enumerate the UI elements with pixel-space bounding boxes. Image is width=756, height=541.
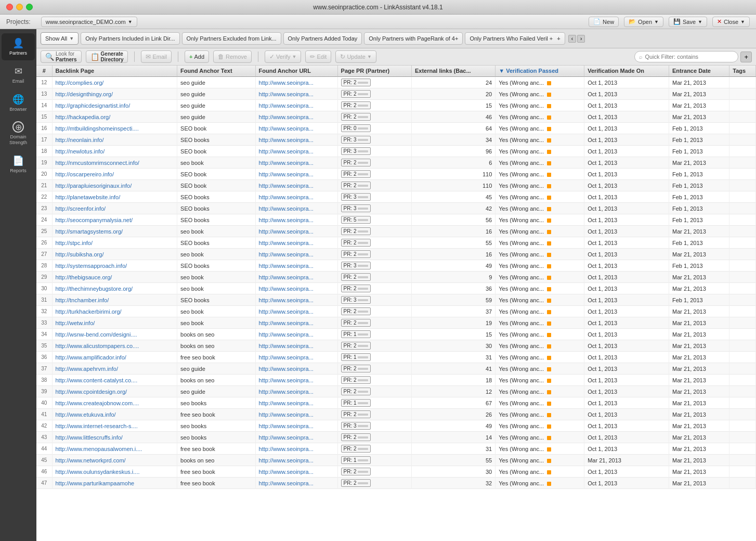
anchor-url-link[interactable]: http://www.seoinpra... (259, 228, 314, 235)
col-anchor-text[interactable]: Found Anchor Text (177, 66, 256, 76)
tab-excluded[interactable]: Only Partners Excluded from Link... (182, 32, 281, 45)
search-box[interactable]: ⌕ (634, 51, 738, 62)
table-row[interactable]: 20 http://oscarpereiro.info/ SEO book ht… (36, 169, 756, 180)
table-row[interactable]: 34 http://wsnw-bend.com/designi.... book… (36, 329, 756, 340)
backlink-link[interactable]: http://planetawebsite.info/ (56, 194, 121, 200)
table-row[interactable]: 18 http://newlotus.info/ SEO book http:/… (36, 146, 756, 157)
save-button[interactable]: 💾 Save ▼ (669, 17, 707, 27)
anchor-url-link[interactable]: http://www.seoinpra... (259, 457, 314, 463)
minimize-button[interactable] (16, 4, 23, 10)
table-row[interactable]: 19 http://nmcustomrimsconnect.info/ seo … (36, 157, 756, 169)
anchor-url-link[interactable]: http://www.seoinpra... (259, 125, 314, 132)
col-verification-passed[interactable]: ▼ Verification Passed (496, 66, 584, 76)
table-row[interactable]: 13 http://designthingy.org/ seo guide ht… (36, 88, 756, 100)
look-for-partners-button[interactable]: 🔍 Look for Look for Partners Partners (41, 50, 82, 63)
anchor-url-link[interactable]: http://www.seoinpra... (259, 137, 314, 143)
col-entrance-date[interactable]: Entrance Date (669, 66, 729, 76)
add-button[interactable]: + Add (185, 50, 209, 63)
table-row[interactable]: 26 http://stpc.info/ SEO books http://ww… (36, 237, 756, 249)
anchor-url-link[interactable]: http://www.seoinpra... (259, 240, 314, 246)
table-row[interactable]: 33 http://wetw.info/ seo book http://www… (36, 317, 756, 329)
close-app-button[interactable]: ✕ Close ▼ (712, 17, 750, 27)
anchor-url-link[interactable]: http://www.seoinpra... (259, 320, 314, 326)
table-row[interactable]: 31 http://tnchamber.info/ SEO books http… (36, 294, 756, 306)
anchor-url-link[interactable]: http://www.seoinpra... (259, 331, 314, 338)
tab-failed-verify[interactable]: Only Partners Who Failed Veril + + (465, 32, 565, 45)
add-column-button[interactable]: + (740, 51, 752, 62)
anchor-url-link[interactable]: http://www.seoinpra... (259, 217, 314, 223)
tab-pagerank[interactable]: Only Partners with PageRank of 4+ (364, 32, 463, 45)
backlink-link[interactable]: http://nmcustomrimsconnect.info/ (56, 160, 139, 166)
table-row[interactable]: 39 http://www.cpointdesign.org/ seo guid… (36, 386, 756, 397)
table-row[interactable]: 17 http://neonlain.info/ SEO books http:… (36, 134, 756, 146)
update-button[interactable]: ↻ Update ▼ (335, 50, 376, 63)
table-row[interactable]: 27 http://subiksha.org/ seo book http://… (36, 249, 756, 260)
backlink-link[interactable]: http://parapluiesoriginaux.info/ (56, 183, 132, 189)
remove-button[interactable]: 🗑 Remove (213, 50, 252, 63)
table-row[interactable]: 12 http://complies.org/ seo guide http:/… (36, 76, 756, 88)
backlink-link[interactable]: http://stpc.info/ (56, 240, 93, 246)
table-row[interactable]: 23 http://screenfor.info/ SEO books http… (36, 203, 756, 214)
table-row[interactable]: 37 http://www.apehrvm.info/ seo guide ht… (36, 363, 756, 375)
anchor-url-link[interactable]: http://www.seoinpra... (259, 366, 314, 372)
anchor-url-link[interactable]: http://www.seoinpra... (259, 423, 314, 429)
col-page-pr[interactable]: Page PR (Partner) (337, 66, 411, 76)
backlink-link[interactable]: http://screenfor.info/ (56, 205, 106, 212)
backlink-link[interactable]: http://complies.org/ (56, 80, 104, 86)
backlink-link[interactable]: http://thechimneybugstore.org/ (56, 286, 133, 292)
backlink-link[interactable]: http://oscarpereiro.info/ (56, 171, 114, 177)
anchor-url-link[interactable]: http://www.seoinpra... (259, 171, 314, 177)
backlink-link[interactable]: http://www.amplificador.info/ (56, 354, 126, 360)
backlink-link[interactable]: http://www.parturikampaamohe (56, 480, 135, 486)
table-row[interactable]: 44 http://www.menopausalwomen.i.... free… (36, 443, 756, 455)
maximize-button[interactable] (26, 4, 33, 10)
anchor-url-link[interactable]: http://www.seoinpra... (259, 434, 314, 441)
sidebar-item-email[interactable]: ✉ Email (2, 61, 35, 88)
sidebar-item-browser[interactable]: 🌐 Browser (2, 89, 35, 117)
table-row[interactable]: 22 http://planetawebsite.info/ SEO books… (36, 191, 756, 203)
backlink-link[interactable]: http://wsnw-bend.com/designi.... (56, 331, 137, 338)
anchor-url-link[interactable]: http://www.seoinpra... (259, 308, 314, 315)
prev-tab-button[interactable]: ‹ (568, 35, 576, 43)
backlink-link[interactable]: http://www.etukuva.info/ (56, 411, 116, 418)
backlink-link[interactable]: http://www.createajobnow.com.... (56, 400, 139, 406)
backlink-link[interactable]: http://subiksha.org/ (56, 251, 104, 257)
anchor-url-link[interactable]: http://www.seoinpra... (259, 194, 314, 200)
anchor-url-link[interactable]: http://www.seoinpra... (259, 343, 314, 349)
tab-show-all[interactable]: Show All ▼ (41, 32, 79, 45)
table-row[interactable]: 40 http://www.createajobnow.com.... seo … (36, 397, 756, 409)
sidebar-item-domain-strength[interactable]: ⊕ Domain Strength (2, 117, 35, 150)
backlink-link[interactable]: http://smartagsystems.org/ (56, 228, 123, 235)
backlink-link[interactable]: http://mtbuildingshomeinspecti.... (56, 125, 139, 132)
search-input[interactable] (645, 54, 734, 60)
next-tab-button[interactable]: › (577, 35, 585, 43)
col-verification-made[interactable]: Verification Made On (584, 66, 669, 76)
table-row[interactable]: 14 http://graphicdesignartist.info/ seo … (36, 100, 756, 111)
table-row[interactable]: 43 http://www.littlescruffs.info/ seo bo… (36, 432, 756, 443)
anchor-url-link[interactable]: http://www.seoinpra... (259, 377, 314, 383)
table-row[interactable]: 42 http://www.internet-research-s.... se… (36, 420, 756, 432)
table-row[interactable]: 28 http://systemsapproach.info/ SEO book… (36, 260, 756, 272)
anchor-url-link[interactable]: http://www.seoinpra... (259, 263, 314, 269)
sidebar-item-partners[interactable]: 👤 Partners (2, 33, 35, 60)
anchor-url-link[interactable]: http://www.seoinpra... (259, 91, 314, 97)
table-row[interactable]: 30 http://thechimneybugstore.org/ seo bo… (36, 283, 756, 294)
col-anchor-url[interactable]: Found Anchor URL (255, 66, 337, 76)
tab-added-today[interactable]: Only Partners Added Today (283, 32, 362, 45)
backlink-link[interactable]: http://www.cpointdesign.org/ (56, 389, 127, 395)
anchor-url-link[interactable]: http://www.seoinpra... (259, 446, 314, 452)
new-button[interactable]: 📄 New (589, 17, 619, 27)
anchor-url-link[interactable]: http://www.seoinpra... (259, 469, 314, 475)
backlink-link[interactable]: http://www.internet-research-s.... (56, 423, 138, 429)
table-row[interactable]: 21 http://parapluiesoriginaux.info/ SEO … (36, 180, 756, 191)
backlink-link[interactable]: http://designthingy.org/ (56, 91, 113, 97)
anchor-url-link[interactable]: http://www.seoinpra... (259, 354, 314, 360)
verify-button[interactable]: ✓ Verify ▼ (265, 50, 301, 63)
table-row[interactable]: 45 http://www.networkprd.com/ books on s… (36, 455, 756, 466)
anchor-url-link[interactable]: http://www.seoinpra... (259, 205, 314, 212)
backlink-link[interactable]: http://www.content-catalyst.co.... (56, 377, 138, 383)
table-row[interactable]: 41 http://www.etukuva.info/ free seo boo… (36, 409, 756, 420)
backlink-link[interactable]: http://www.alicustompapers.co.... (56, 343, 139, 349)
backlink-link[interactable]: http://tnchamber.info/ (56, 297, 109, 303)
table-row[interactable]: 38 http://www.content-catalyst.co.... bo… (36, 375, 756, 386)
